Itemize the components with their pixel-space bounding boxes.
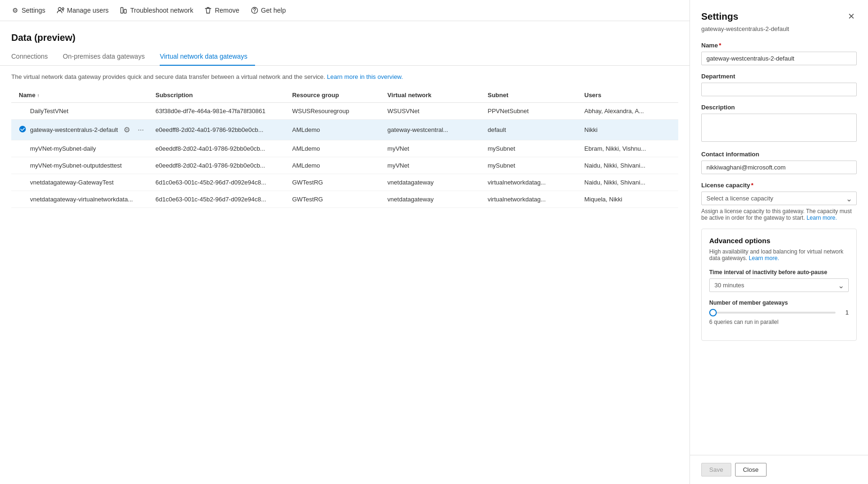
license-label: License capacity* (701, 182, 857, 189)
table-row[interactable]: myVNet-mySubnet-outputdestteste0eeddf8-2… (11, 157, 678, 174)
col-virtual-network: Virtual network (380, 88, 480, 103)
cell-users: Abhay, Alexandra, A... (577, 103, 678, 120)
data-table: Name ↑ Subscription Resource group Virtu… (11, 88, 678, 208)
cell-users: Naidu, Nikki, Shivani... (577, 174, 678, 191)
settings-panel-title: Settings (701, 11, 738, 22)
cell-subnet: mySubnet (480, 140, 577, 157)
form-group-description: Description (701, 104, 857, 143)
page-title: Data (preview) (11, 32, 678, 43)
toolbar-item-settings[interactable]: ⚙ Settings (11, 7, 46, 14)
toolbar-item-remove[interactable]: Remove (204, 7, 239, 14)
cell-resource-group: AMLdemo (285, 157, 380, 174)
description-text: The virtual network data gateway provide… (0, 73, 690, 88)
slider-value: 1 (841, 309, 849, 316)
save-button[interactable]: Save (701, 463, 731, 476)
cell-subnet: virtualnetworkdatag... (480, 174, 577, 191)
col-resource-group: Resource group (285, 88, 380, 103)
settings-close-button[interactable]: ✕ (846, 9, 857, 23)
cell-subnet: PPVNetSubnet (480, 103, 577, 120)
tab-virtual-network[interactable]: Virtual network data gateways (160, 49, 255, 66)
settings-panel: Settings ✕ gateway-westcentralus-2-defau… (690, 0, 868, 484)
toolbar-manage-users-label: Manage users (67, 7, 109, 14)
table-row[interactable]: vnetdatagateway-virtualnetworkdata...6d1… (11, 191, 678, 208)
settings-subtitle: gateway-westcentralus-2-default (690, 25, 868, 42)
department-input[interactable] (701, 83, 857, 96)
cell-subscription: e0eeddf8-2d02-4a01-9786-92bb0e0cb... (148, 140, 285, 157)
cell-name-text: myVNet-mySubnet-daily (30, 145, 96, 152)
tabs-container: Connections On-premises data gateways Vi… (0, 49, 690, 66)
cell-virtual-network: vnetdatagateway (380, 174, 480, 191)
license-select[interactable]: Select a license capacity (701, 192, 857, 205)
cell-virtual-network: myVNet (380, 140, 480, 157)
cell-name: myVNet-mySubnet-daily (11, 140, 148, 157)
settings-footer: Save Close (690, 455, 868, 484)
cell-name: gateway-westcentralus-2-default⚙··· (11, 120, 148, 140)
cell-name-text: DailyTestVNet (30, 108, 69, 115)
license-select-wrapper: Select a license capacity (701, 192, 857, 205)
cell-resource-group: AMLdemo (285, 140, 380, 157)
name-label: Name* (701, 42, 857, 49)
cell-users: Ebram, Nikki, Vishnu... (577, 140, 678, 157)
cell-subnet: virtualnetworkdatag... (480, 191, 577, 208)
row-more-button[interactable]: ··· (136, 125, 146, 135)
form-group-time-interval: Time interval of inactivity before auto-… (709, 269, 849, 292)
form-group-member-gateways: Number of member gateways 1 6 queries ca… (709, 300, 849, 325)
toolbar-item-manage-users[interactable]: Manage users (57, 7, 109, 14)
cell-name-text: vnetdatagateway-virtualnetworkdata... (30, 196, 133, 203)
department-label: Department (701, 73, 857, 80)
cell-name-text: gateway-westcentralus-2-default (30, 126, 118, 133)
cell-users: Naidu, Nikki, Shivani... (577, 157, 678, 174)
cell-resource-group: WSUSResouregroup (285, 103, 380, 120)
settings-icon: ⚙ (11, 7, 19, 14)
toolbar-remove-label: Remove (215, 7, 239, 14)
table-row[interactable]: vnetdatagateway-GatewayTest6d1c0e63-001c… (11, 174, 678, 191)
toolbar-item-troubleshoot[interactable]: Troubleshoot network (120, 7, 193, 14)
cell-name: myVNet-mySubnet-outputdesttest (11, 157, 148, 174)
time-interval-select[interactable]: 30 minutes 5 minutes10 minutes15 minutes… (709, 278, 849, 292)
page-title-area: Data (preview) (0, 21, 690, 49)
form-group-license: License capacity* Select a license capac… (701, 182, 857, 221)
cell-subscription: e0eedff8-2d02-4a01-9786-92bb0e0cb... (148, 120, 285, 140)
cell-subnet: mySubnet (480, 157, 577, 174)
col-name[interactable]: Name ↑ (11, 88, 148, 103)
table-row[interactable]: gateway-westcentralus-2-default⚙···e0eed… (11, 120, 678, 140)
description-label: Description (701, 104, 857, 111)
advanced-options-box: Advanced options High availability and l… (701, 229, 857, 341)
cell-users: Miquela, Nikki (577, 191, 678, 208)
license-required: * (751, 182, 753, 189)
remove-icon (204, 7, 212, 14)
table-row[interactable]: myVNet-mySubnet-dailye0eeddf8-2d02-4a01-… (11, 140, 678, 157)
svg-rect-2 (121, 8, 123, 13)
svg-rect-3 (124, 9, 126, 13)
svg-point-6 (19, 126, 26, 132)
slider-container: 1 (709, 309, 849, 316)
member-gateways-slider[interactable] (709, 312, 836, 314)
tab-connections[interactable]: Connections (11, 49, 55, 66)
svg-point-1 (62, 8, 64, 10)
col-subnet: Subnet (480, 88, 577, 103)
learn-more-link[interactable]: Learn more in this overview. (327, 73, 403, 80)
row-gear-button[interactable]: ⚙ (122, 124, 132, 135)
toolbar-help-label: Get help (261, 7, 286, 14)
contact-label: Contact information (701, 151, 857, 158)
row-actions: ⚙··· (122, 124, 146, 135)
name-input[interactable] (701, 52, 857, 65)
contact-input[interactable] (701, 161, 857, 174)
close-button[interactable]: Close (735, 463, 767, 476)
tab-on-premises[interactable]: On-premises data gateways (63, 49, 152, 66)
toolbar-item-get-help[interactable]: Get help (251, 7, 286, 14)
table-row[interactable]: DailyTestVNet63f38d0e-df7e-464a-981e-47f… (11, 103, 678, 120)
troubleshoot-icon (120, 7, 127, 14)
member-gateways-label: Number of member gateways (709, 300, 849, 306)
cell-name-text: myVNet-mySubnet-outputdesttest (30, 162, 122, 169)
col-subscription: Subscription (148, 88, 285, 103)
toolbar-settings-label: Settings (22, 7, 46, 14)
advanced-learn-more-link[interactable]: Learn more. (749, 255, 779, 261)
cell-name: DailyTestVNet (11, 103, 148, 120)
col-users: Users (577, 88, 678, 103)
cell-subscription: 6d1c0e63-001c-45b2-96d7-d092e94c8... (148, 174, 285, 191)
description-textarea[interactable] (701, 114, 857, 142)
toolbar-troubleshoot-label: Troubleshoot network (130, 7, 193, 14)
license-learn-more-link[interactable]: Learn more. (806, 215, 837, 221)
cell-subnet: default (480, 120, 577, 140)
